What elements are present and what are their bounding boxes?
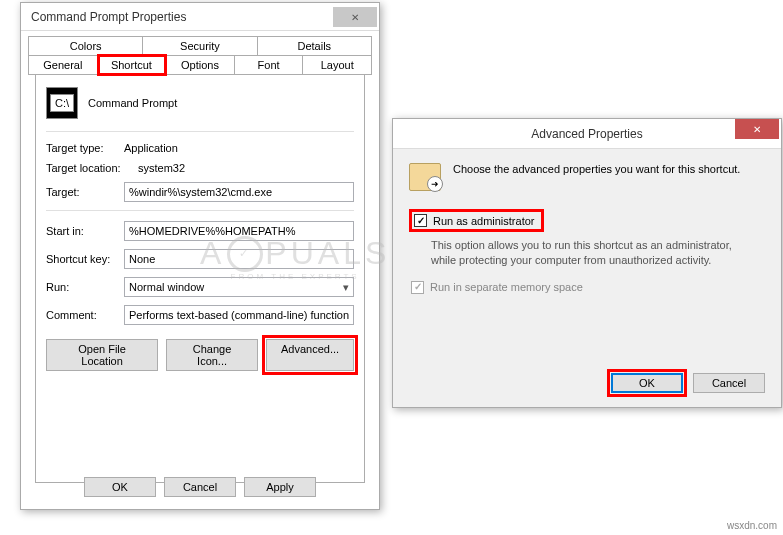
tab-layout[interactable]: Layout bbox=[303, 55, 372, 75]
target-type-value: Application bbox=[124, 142, 354, 154]
separate-memory-checkbox bbox=[411, 281, 424, 294]
shortcut-folder-icon bbox=[409, 163, 441, 191]
tab-options[interactable]: Options bbox=[166, 55, 235, 75]
run-as-admin-description: This option allows you to run this short… bbox=[431, 238, 741, 269]
target-location-label: Target location: bbox=[46, 162, 138, 174]
window-title: Command Prompt Properties bbox=[31, 10, 186, 24]
run-select[interactable]: Normal window bbox=[124, 277, 354, 297]
run-label: Run: bbox=[46, 281, 124, 293]
cancel-button[interactable]: Cancel bbox=[164, 477, 236, 497]
app-name: Command Prompt bbox=[88, 97, 177, 109]
tab-font[interactable]: Font bbox=[235, 55, 304, 75]
tab-container: Colors Security Details General Shortcut… bbox=[21, 31, 379, 483]
comment-label: Comment: bbox=[46, 309, 124, 321]
run-as-admin-checkbox[interactable] bbox=[414, 214, 427, 227]
run-as-admin-label[interactable]: Run as administrator bbox=[433, 215, 535, 227]
change-icon-button[interactable]: Change Icon... bbox=[166, 339, 258, 371]
target-location-row: Target location: system32 bbox=[46, 162, 354, 174]
close-icon bbox=[753, 123, 761, 135]
target-type-row: Target type: Application bbox=[46, 142, 354, 154]
ok-button[interactable]: OK bbox=[84, 477, 156, 497]
target-location-value: system32 bbox=[138, 162, 354, 174]
tab-colors[interactable]: Colors bbox=[28, 36, 143, 56]
separate-memory-label: Run in separate memory space bbox=[430, 281, 583, 293]
target-row: Target: bbox=[46, 182, 354, 202]
run-value: Normal window bbox=[129, 281, 204, 293]
open-file-location-button[interactable]: Open File Location bbox=[46, 339, 158, 371]
app-header: C:\ Command Prompt bbox=[46, 87, 354, 119]
chevron-down-icon bbox=[343, 281, 349, 294]
target-input[interactable] bbox=[124, 182, 354, 202]
titlebar[interactable]: Command Prompt Properties bbox=[21, 3, 379, 31]
target-type-label: Target type: bbox=[46, 142, 124, 154]
comment-input[interactable] bbox=[124, 305, 354, 325]
cancel-button[interactable]: Cancel bbox=[693, 373, 765, 393]
shortcut-panel: C:\ Command Prompt Target type: Applicat… bbox=[35, 75, 365, 483]
dialog-footer-buttons: OK Cancel Apply bbox=[21, 477, 379, 497]
separator bbox=[46, 131, 354, 132]
apply-button[interactable]: Apply bbox=[244, 477, 316, 497]
tab-row-bottom: General Shortcut Options Font Layout bbox=[28, 55, 372, 75]
shortcut-key-row: Shortcut key: bbox=[46, 249, 354, 269]
tab-details[interactable]: Details bbox=[258, 36, 372, 56]
shortcut-key-input[interactable] bbox=[124, 249, 354, 269]
titlebar[interactable]: Advanced Properties bbox=[393, 119, 781, 149]
tab-security[interactable]: Security bbox=[143, 36, 257, 56]
comment-row: Comment: bbox=[46, 305, 354, 325]
cmd-icon: C:\ bbox=[46, 87, 78, 119]
credit-text: wsxdn.com bbox=[727, 520, 777, 531]
tab-shortcut[interactable]: Shortcut bbox=[98, 55, 167, 75]
close-button[interactable] bbox=[735, 119, 779, 139]
separator bbox=[46, 210, 354, 211]
close-icon bbox=[351, 11, 359, 23]
start-in-label: Start in: bbox=[46, 225, 124, 237]
ok-button[interactable]: OK bbox=[611, 373, 683, 393]
window-title: Advanced Properties bbox=[531, 127, 642, 141]
shortcut-key-label: Shortcut key: bbox=[46, 253, 124, 265]
action-buttons: Open File Location Change Icon... Advanc… bbox=[46, 339, 354, 371]
dialog-body: Choose the advanced properties you want … bbox=[393, 149, 781, 407]
start-in-row: Start in: bbox=[46, 221, 354, 241]
separate-memory-row: Run in separate memory space bbox=[411, 281, 765, 294]
run-row: Run: Normal window bbox=[46, 277, 354, 297]
start-in-input[interactable] bbox=[124, 221, 354, 241]
tab-general[interactable]: General bbox=[28, 55, 98, 75]
intro-text: Choose the advanced properties you want … bbox=[453, 163, 740, 175]
advanced-button[interactable]: Advanced... bbox=[266, 339, 354, 371]
dialog-footer-buttons: OK Cancel bbox=[611, 373, 765, 393]
target-label: Target: bbox=[46, 186, 124, 198]
command-prompt-properties-dialog: Command Prompt Properties Colors Securit… bbox=[20, 2, 380, 510]
header-row: Choose the advanced properties you want … bbox=[409, 163, 765, 191]
close-button[interactable] bbox=[333, 7, 377, 27]
tab-row-top: Colors Security Details bbox=[28, 36, 372, 56]
advanced-properties-dialog: Advanced Properties Choose the advanced … bbox=[392, 118, 782, 408]
run-as-admin-row: Run as administrator bbox=[409, 209, 544, 232]
